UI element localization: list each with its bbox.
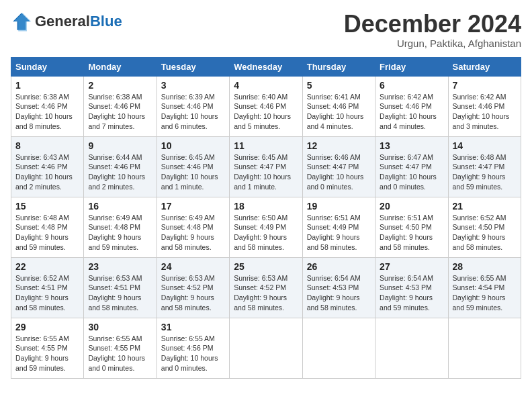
- day-info: Sunrise: 6:49 AM Sunset: 4:48 PM Dayligh…: [88, 213, 152, 253]
- title-block: December 2024 Urgun, Paktika, Afghanista…: [344, 11, 521, 49]
- day-number: 8: [15, 140, 79, 151]
- day-number: 26: [307, 261, 371, 272]
- day-number: 13: [380, 140, 443, 151]
- calendar-cell: 16Sunrise: 6:49 AM Sunset: 4:48 PM Dayli…: [84, 197, 157, 257]
- calendar-cell: 21Sunrise: 6:52 AM Sunset: 4:50 PM Dayli…: [448, 197, 521, 257]
- calendar-cell: 18Sunrise: 6:50 AM Sunset: 4:49 PM Dayli…: [230, 197, 302, 257]
- calendar-cell: 12Sunrise: 6:46 AM Sunset: 4:47 PM Dayli…: [302, 136, 375, 197]
- day-info: Sunrise: 6:38 AM Sunset: 4:46 PM Dayligh…: [88, 92, 152, 132]
- col-header-friday: Friday: [375, 57, 448, 76]
- calendar-cell: 7Sunrise: 6:42 AM Sunset: 4:46 PM Daylig…: [448, 76, 521, 136]
- calendar-cell: 24Sunrise: 6:53 AM Sunset: 4:52 PM Dayli…: [157, 257, 229, 318]
- day-number: 6: [380, 80, 443, 91]
- calendar-cell: 29Sunrise: 6:55 AM Sunset: 4:55 PM Dayli…: [11, 318, 84, 378]
- day-number: 1: [15, 80, 79, 91]
- day-info: Sunrise: 6:55 AM Sunset: 4:54 PM Dayligh…: [453, 273, 517, 313]
- day-number: 4: [234, 80, 298, 91]
- day-info: Sunrise: 6:55 AM Sunset: 4:56 PM Dayligh…: [161, 334, 225, 373]
- day-number: 9: [88, 140, 152, 151]
- day-number: 12: [307, 140, 371, 151]
- day-info: Sunrise: 6:38 AM Sunset: 4:46 PM Dayligh…: [15, 92, 79, 132]
- day-number: 2: [88, 80, 152, 91]
- calendar-cell: 28Sunrise: 6:55 AM Sunset: 4:54 PM Dayli…: [448, 257, 521, 318]
- day-info: Sunrise: 6:45 AM Sunset: 4:47 PM Dayligh…: [234, 152, 298, 192]
- calendar-week-2: 8Sunrise: 6:43 AM Sunset: 4:46 PM Daylig…: [11, 136, 521, 197]
- day-info: Sunrise: 6:54 AM Sunset: 4:53 PM Dayligh…: [380, 273, 443, 313]
- day-number: 19: [307, 201, 371, 212]
- day-info: Sunrise: 6:53 AM Sunset: 4:52 PM Dayligh…: [161, 273, 225, 313]
- day-number: 27: [380, 261, 443, 272]
- calendar-cell: [375, 318, 448, 378]
- calendar-cell: 14Sunrise: 6:48 AM Sunset: 4:47 PM Dayli…: [448, 136, 521, 197]
- day-number: 3: [161, 80, 225, 91]
- day-info: Sunrise: 6:43 AM Sunset: 4:46 PM Dayligh…: [15, 152, 79, 192]
- day-info: Sunrise: 6:39 AM Sunset: 4:46 PM Dayligh…: [161, 92, 225, 132]
- calendar-cell: 25Sunrise: 6:53 AM Sunset: 4:52 PM Dayli…: [230, 257, 302, 318]
- day-number: 21: [453, 201, 517, 212]
- day-info: Sunrise: 6:41 AM Sunset: 4:46 PM Dayligh…: [307, 92, 371, 132]
- calendar-cell: 4Sunrise: 6:40 AM Sunset: 4:46 PM Daylig…: [230, 76, 302, 136]
- day-number: 5: [307, 80, 371, 91]
- day-info: Sunrise: 6:44 AM Sunset: 4:46 PM Dayligh…: [88, 152, 152, 192]
- logo-icon: [11, 11, 32, 32]
- day-info: Sunrise: 6:55 AM Sunset: 4:55 PM Dayligh…: [15, 334, 79, 373]
- day-info: Sunrise: 6:51 AM Sunset: 4:49 PM Dayligh…: [307, 213, 371, 253]
- calendar-cell: 6Sunrise: 6:42 AM Sunset: 4:46 PM Daylig…: [375, 76, 448, 136]
- calendar-week-1: 1Sunrise: 6:38 AM Sunset: 4:46 PM Daylig…: [11, 76, 521, 136]
- calendar-cell: 8Sunrise: 6:43 AM Sunset: 4:46 PM Daylig…: [11, 136, 84, 197]
- calendar-cell: 17Sunrise: 6:49 AM Sunset: 4:48 PM Dayli…: [157, 197, 229, 257]
- calendar-cell: 20Sunrise: 6:51 AM Sunset: 4:50 PM Dayli…: [375, 197, 448, 257]
- day-number: 23: [88, 261, 152, 272]
- col-header-saturday: Saturday: [448, 57, 521, 76]
- calendar-cell: 22Sunrise: 6:52 AM Sunset: 4:51 PM Dayli…: [11, 257, 84, 318]
- day-info: Sunrise: 6:52 AM Sunset: 4:50 PM Dayligh…: [453, 213, 517, 253]
- day-number: 11: [234, 140, 298, 151]
- col-header-thursday: Thursday: [302, 57, 375, 76]
- day-info: Sunrise: 6:48 AM Sunset: 4:47 PM Dayligh…: [453, 152, 517, 192]
- calendar-cell: 26Sunrise: 6:54 AM Sunset: 4:53 PM Dayli…: [302, 257, 375, 318]
- calendar-cell: 15Sunrise: 6:48 AM Sunset: 4:48 PM Dayli…: [11, 197, 84, 257]
- month-title: December 2024: [344, 11, 521, 38]
- day-info: Sunrise: 6:54 AM Sunset: 4:53 PM Dayligh…: [307, 273, 371, 313]
- day-info: Sunrise: 6:45 AM Sunset: 4:46 PM Dayligh…: [161, 152, 225, 192]
- day-info: Sunrise: 6:42 AM Sunset: 4:46 PM Dayligh…: [380, 92, 443, 132]
- logo-general-text: General: [35, 13, 90, 30]
- location-subtitle: Urgun, Paktika, Afghanistan: [344, 38, 521, 49]
- calendar-cell: 23Sunrise: 6:53 AM Sunset: 4:51 PM Dayli…: [84, 257, 157, 318]
- day-number: 7: [453, 80, 517, 91]
- calendar-cell: 11Sunrise: 6:45 AM Sunset: 4:47 PM Dayli…: [230, 136, 302, 197]
- day-info: Sunrise: 6:49 AM Sunset: 4:48 PM Dayligh…: [161, 213, 225, 253]
- calendar-cell: [230, 318, 302, 378]
- calendar-cell: 31Sunrise: 6:55 AM Sunset: 4:56 PM Dayli…: [157, 318, 229, 378]
- day-number: 22: [15, 261, 79, 272]
- day-info: Sunrise: 6:55 AM Sunset: 4:55 PM Dayligh…: [88, 334, 152, 373]
- day-info: Sunrise: 6:40 AM Sunset: 4:46 PM Dayligh…: [234, 92, 298, 132]
- calendar-week-4: 22Sunrise: 6:52 AM Sunset: 4:51 PM Dayli…: [11, 257, 521, 318]
- day-info: Sunrise: 6:42 AM Sunset: 4:46 PM Dayligh…: [453, 92, 517, 132]
- col-header-tuesday: Tuesday: [157, 57, 229, 76]
- day-info: Sunrise: 6:48 AM Sunset: 4:48 PM Dayligh…: [15, 213, 79, 253]
- day-info: Sunrise: 6:47 AM Sunset: 4:47 PM Dayligh…: [380, 152, 443, 192]
- day-info: Sunrise: 6:52 AM Sunset: 4:51 PM Dayligh…: [15, 273, 79, 313]
- calendar-cell: 27Sunrise: 6:54 AM Sunset: 4:53 PM Dayli…: [375, 257, 448, 318]
- day-number: 14: [453, 140, 517, 151]
- calendar-cell: 5Sunrise: 6:41 AM Sunset: 4:46 PM Daylig…: [302, 76, 375, 136]
- calendar-table: SundayMondayTuesdayWednesdayThursdayFrid…: [11, 57, 521, 379]
- col-header-monday: Monday: [84, 57, 157, 76]
- day-number: 25: [234, 261, 298, 272]
- day-info: Sunrise: 6:53 AM Sunset: 4:52 PM Dayligh…: [234, 273, 298, 313]
- logo-blue-text: Blue: [90, 13, 122, 30]
- calendar-cell: 2Sunrise: 6:38 AM Sunset: 4:46 PM Daylig…: [84, 76, 157, 136]
- col-header-sunday: Sunday: [11, 57, 84, 76]
- day-number: 18: [234, 201, 298, 212]
- calendar-cell: [302, 318, 375, 378]
- calendar-cell: 9Sunrise: 6:44 AM Sunset: 4:46 PM Daylig…: [84, 136, 157, 197]
- header-row: SundayMondayTuesdayWednesdayThursdayFrid…: [11, 57, 521, 76]
- calendar-cell: [448, 318, 521, 378]
- logo: GeneralBlue: [11, 11, 122, 32]
- calendar-cell: 13Sunrise: 6:47 AM Sunset: 4:47 PM Dayli…: [375, 136, 448, 197]
- day-info: Sunrise: 6:46 AM Sunset: 4:47 PM Dayligh…: [307, 152, 371, 192]
- day-info: Sunrise: 6:51 AM Sunset: 4:50 PM Dayligh…: [380, 213, 443, 253]
- calendar-cell: 30Sunrise: 6:55 AM Sunset: 4:55 PM Dayli…: [84, 318, 157, 378]
- day-number: 17: [161, 201, 225, 212]
